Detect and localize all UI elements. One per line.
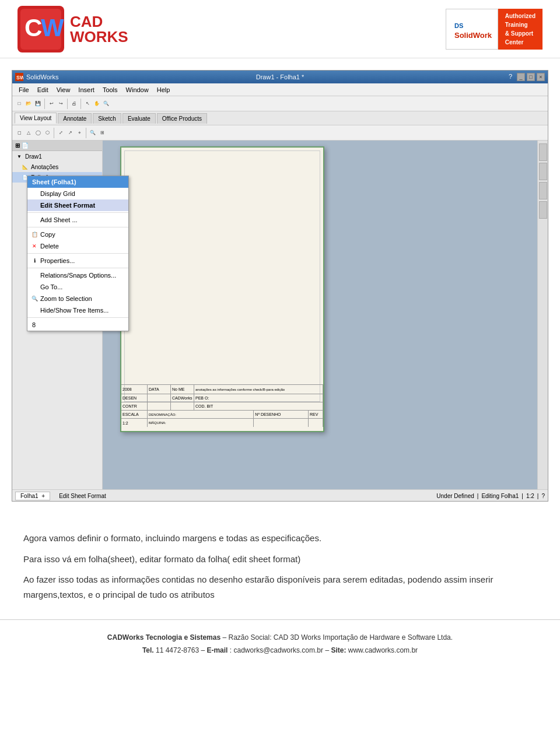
tb-escala: ESCALA bbox=[121, 411, 148, 418]
sw-menubar: File Edit View Insert Tools Window Help bbox=[12, 83, 548, 96]
ctx-delete[interactable]: ✕ Delete bbox=[27, 240, 128, 252]
solidworks-screenshot: SW SolidWorks Draw1 - Folha1 * ? _ □ × F… bbox=[12, 70, 548, 502]
footer-contact-line: Tel. 11 4472-8763 – E-mail : cadworks@ca… bbox=[23, 644, 537, 657]
zoom-icon[interactable]: 🔍 bbox=[102, 99, 111, 108]
ctx-add-sheet[interactable]: Add Sheet ... bbox=[27, 214, 128, 226]
ctx-hide-show[interactable]: Hide/Show Tree Items... bbox=[27, 304, 128, 316]
tb-empty3 bbox=[171, 402, 194, 410]
tb-row-4: ESCALA DENOMINAÇÃO: Nº DESENHO REV bbox=[121, 411, 323, 419]
sw-statusbar: Folha1 + Edit Sheet Format Under Defined… bbox=[12, 489, 548, 502]
ctx-edit-sheet-format[interactable]: Edit Sheet Format bbox=[27, 199, 128, 211]
tb-sep5 bbox=[86, 128, 86, 138]
sw-toolbar-tabs: View Layout Annotate Sketch Evaluate Off… bbox=[12, 111, 548, 125]
sidebar-icons: ⊞ 📄 bbox=[15, 142, 29, 149]
footer-email-label: E-mail bbox=[206, 646, 228, 654]
help-icon[interactable]: ? bbox=[541, 493, 545, 499]
tb-icon-7[interactable]: ⌖ bbox=[75, 128, 84, 138]
tb-icon-4[interactable]: ⬡ bbox=[43, 128, 52, 138]
ctx-header-text: Sheet (Folha1) bbox=[32, 178, 76, 185]
tb-note: anotações as informações conforme check/… bbox=[194, 385, 323, 394]
tb-num-val bbox=[254, 419, 309, 427]
tb-icon-3[interactable]: ◯ bbox=[33, 128, 43, 138]
tb-nome-label: No ME bbox=[171, 385, 194, 394]
tb-scale-val: 1:2 bbox=[121, 419, 148, 427]
solidworks-logo: DS SolidWorks bbox=[446, 9, 498, 50]
add-sheet-icon[interactable]: + bbox=[41, 493, 45, 499]
ctx-zoom-selection[interactable]: 🔍 Zoom to Selection bbox=[27, 293, 128, 304]
tb-contr-val bbox=[148, 402, 171, 410]
menu-edit[interactable]: Edit bbox=[34, 85, 52, 94]
footer-company-line: CADWorks Tecnologia e Sistemas – Razão S… bbox=[23, 632, 537, 644]
ctx-properties[interactable]: ℹ Properties... bbox=[27, 255, 128, 267]
tb-data-label: DATA bbox=[148, 385, 171, 394]
svg-text:SolidWorks: SolidWorks bbox=[454, 31, 492, 40]
new-icon[interactable]: □ bbox=[15, 99, 24, 108]
tb-num-desenho-label: Nº DESENHO bbox=[254, 411, 309, 418]
ctx-go-to[interactable]: Go To... bbox=[27, 281, 128, 293]
tab-annotate[interactable]: Annotate bbox=[58, 113, 92, 124]
titlebar-controls[interactable]: ? _ □ × bbox=[509, 73, 545, 81]
footer-company: CADWorks Tecnologia e Sistemas bbox=[107, 633, 220, 642]
menu-insert[interactable]: Insert bbox=[75, 85, 98, 94]
ctx-display-grid[interactable]: Display Grid bbox=[27, 188, 128, 199]
tab-sketch[interactable]: Sketch bbox=[93, 113, 121, 124]
tb-icon-6[interactable]: ↗ bbox=[65, 128, 75, 138]
ctx-sep3 bbox=[27, 253, 128, 254]
delete-icon: ✕ bbox=[30, 242, 38, 250]
close-button[interactable]: × bbox=[537, 73, 545, 81]
sep-status3: | bbox=[537, 493, 539, 499]
footer-tel-label: Tel. bbox=[142, 646, 154, 654]
ctx-copy[interactable]: 📋 Copy bbox=[27, 229, 128, 240]
tb-row-5: 1:2 MÁQUINA: bbox=[121, 419, 323, 427]
tb-icon-grid[interactable]: ⊞ bbox=[97, 128, 107, 138]
svg-text:C: C bbox=[24, 14, 42, 41]
select-icon[interactable]: ↖ bbox=[83, 99, 92, 108]
under-defined-status: Under Defined bbox=[436, 493, 474, 499]
svg-text:DS: DS bbox=[454, 22, 463, 29]
save-icon[interactable]: 💾 bbox=[33, 99, 43, 108]
rp-btn-4[interactable] bbox=[539, 201, 547, 219]
minimize-button[interactable]: _ bbox=[517, 73, 525, 81]
tb-row-1: 2008 DATA No ME anotações as informações… bbox=[121, 385, 323, 394]
tb-icon-5[interactable]: ⤢ bbox=[56, 128, 65, 138]
tb-icon-2[interactable]: △ bbox=[24, 128, 33, 138]
rp-btn-1[interactable] bbox=[539, 143, 547, 161]
tb-row-3: CONTR COD. BIT bbox=[121, 402, 323, 411]
pan-icon[interactable]: ✋ bbox=[92, 99, 102, 108]
sep-status: | bbox=[477, 493, 479, 499]
tab-evaluate[interactable]: Evaluate bbox=[123, 113, 156, 124]
open-icon[interactable]: 📂 bbox=[24, 99, 33, 108]
sw-canvas[interactable]: 2008 DATA No ME anotações as informações… bbox=[103, 141, 548, 489]
undo-icon[interactable]: ↩ bbox=[47, 99, 56, 108]
rp-btn-3[interactable] bbox=[539, 182, 547, 199]
page-footer: CADWorks Tecnologia e Sistemas – Razão S… bbox=[0, 619, 560, 668]
menu-view[interactable]: View bbox=[53, 85, 74, 94]
status-tab-folha[interactable]: Folha1 + bbox=[15, 492, 50, 500]
restore-button[interactable]: □ bbox=[527, 73, 535, 81]
rp-btn-2[interactable] bbox=[539, 163, 547, 180]
tree-item-annotations[interactable]: 📐 Anotações bbox=[12, 162, 102, 172]
cw-logo-icon: C W bbox=[18, 6, 64, 52]
ctx-relations-snaps[interactable]: Relations/Snaps Options... bbox=[27, 269, 128, 281]
paragraph-1: Agora vamos definir o formato, incluindo… bbox=[23, 531, 537, 546]
menu-tools[interactable]: Tools bbox=[99, 85, 121, 94]
tb-icon-search[interactable]: 🔍 bbox=[88, 128, 97, 138]
tb-icon-1[interactable]: ◻ bbox=[15, 128, 24, 138]
menu-help[interactable]: Help bbox=[153, 85, 174, 94]
print-icon[interactable]: 🖨 bbox=[69, 99, 79, 108]
tree-expand-icon: ▼ bbox=[15, 152, 23, 160]
tb-contr: CONTR bbox=[121, 402, 148, 410]
footer-site: www.cadworks.com.br bbox=[348, 646, 418, 654]
menu-window[interactable]: Window bbox=[123, 85, 152, 94]
titlebar-left: SW SolidWorks bbox=[15, 73, 58, 81]
tb-desen: DESEN bbox=[121, 394, 148, 402]
tb-rev: REV bbox=[309, 411, 323, 418]
ctx-sep4 bbox=[27, 268, 128, 268]
tab-view-layout[interactable]: View Layout bbox=[15, 113, 57, 124]
menu-file[interactable]: File bbox=[15, 85, 33, 94]
redo-icon[interactable]: ↪ bbox=[56, 99, 65, 108]
tab-office-products[interactable]: Office Products bbox=[157, 113, 207, 124]
sheet-inner-border bbox=[124, 150, 320, 402]
auth-line2: Training bbox=[505, 20, 536, 29]
tree-item-draw[interactable]: ▼ Draw1 bbox=[12, 151, 102, 162]
